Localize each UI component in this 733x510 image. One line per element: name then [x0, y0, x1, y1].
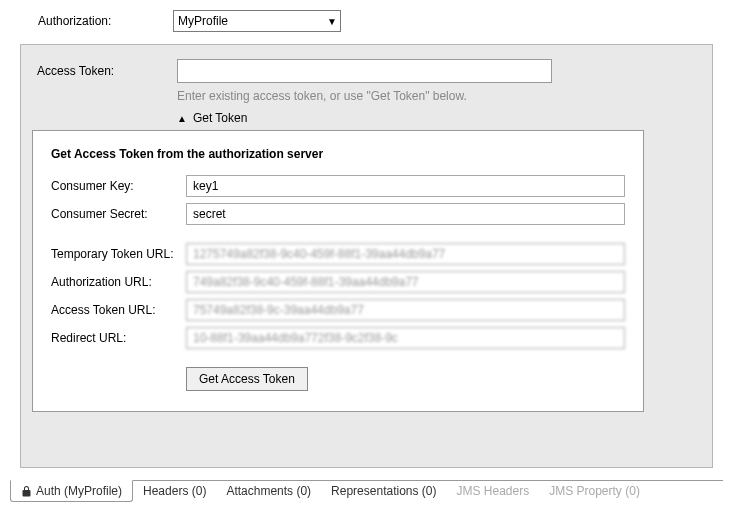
consumer-secret-row: Consumer Secret: [51, 203, 625, 225]
access-token-url-input[interactable] [186, 299, 625, 321]
tab-headers-label: Headers (0) [143, 484, 206, 498]
consumer-secret-input[interactable] [186, 203, 625, 225]
caret-up-icon: ▲ [177, 113, 187, 124]
redirect-url-row: Redirect URL: [51, 327, 625, 349]
tab-jms-headers: JMS Headers [446, 480, 539, 502]
lock-icon [21, 485, 32, 497]
redirect-url-input[interactable] [186, 327, 625, 349]
topbar: Authorization: MyProfile ▼ [0, 0, 733, 42]
tab-jms-property-label: JMS Property (0) [549, 484, 640, 498]
get-token-popup: Get Access Token from the authorization … [32, 130, 644, 412]
tab-representations[interactable]: Representations (0) [321, 480, 446, 502]
popup-button-row: Get Access Token [186, 367, 625, 391]
get-token-toggle[interactable]: ▲ Get Token [177, 111, 696, 125]
access-token-url-row: Access Token URL: [51, 299, 625, 321]
tab-auth[interactable]: Auth (MyProfile) [10, 480, 133, 502]
tab-jms-property: JMS Property (0) [539, 480, 650, 502]
tab-representations-label: Representations (0) [331, 484, 436, 498]
authorization-url-label: Authorization URL: [51, 275, 186, 289]
access-token-row: Access Token: [37, 59, 696, 83]
authorization-select[interactable]: MyProfile [173, 10, 341, 32]
authorization-url-row: Authorization URL: [51, 271, 625, 293]
consumer-secret-label: Consumer Secret: [51, 207, 186, 221]
consumer-key-label: Consumer Key: [51, 179, 186, 193]
access-token-input[interactable] [177, 59, 552, 83]
tab-jms-headers-label: JMS Headers [456, 484, 529, 498]
access-token-label: Access Token: [37, 64, 177, 78]
authorization-select-wrap: MyProfile ▼ [173, 10, 341, 32]
temporary-token-url-row: Temporary Token URL: [51, 243, 625, 265]
get-access-token-button[interactable]: Get Access Token [186, 367, 308, 391]
temporary-token-url-label: Temporary Token URL: [51, 247, 186, 261]
access-token-hint: Enter existing access token, or use "Get… [177, 89, 696, 103]
popup-title: Get Access Token from the authorization … [51, 147, 625, 161]
temporary-token-url-input[interactable] [186, 243, 625, 265]
authorization-label: Authorization: [38, 14, 173, 28]
authorization-url-input[interactable] [186, 271, 625, 293]
access-token-url-label: Access Token URL: [51, 303, 186, 317]
tab-headers[interactable]: Headers (0) [133, 480, 216, 502]
tab-attachments[interactable]: Attachments (0) [216, 480, 321, 502]
consumer-key-input[interactable] [186, 175, 625, 197]
tab-attachments-label: Attachments (0) [226, 484, 311, 498]
tab-bar: Auth (MyProfile) Headers (0) Attachments… [10, 480, 723, 510]
redirect-url-label: Redirect URL: [51, 331, 186, 345]
tab-auth-label: Auth (MyProfile) [36, 484, 122, 498]
consumer-key-row: Consumer Key: [51, 175, 625, 197]
get-token-toggle-label: Get Token [193, 111, 247, 125]
